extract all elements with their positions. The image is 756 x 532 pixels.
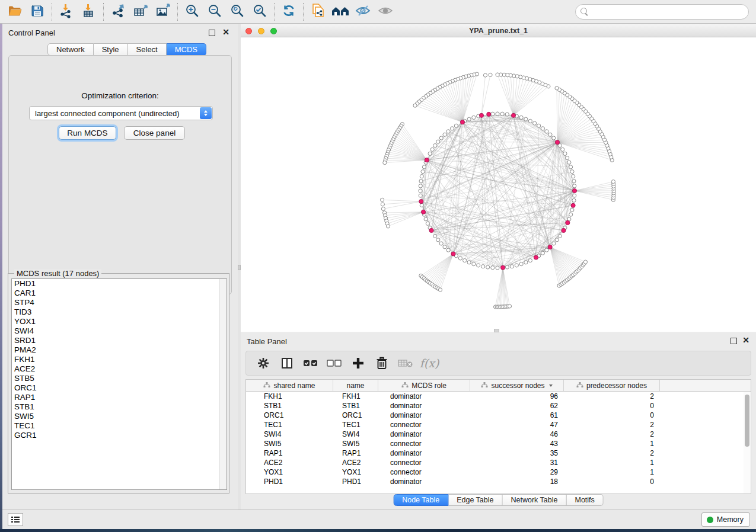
list-item[interactable]: SWI4	[12, 326, 227, 336]
tree-icon	[576, 382, 583, 390]
list-item[interactable]: PMA2	[12, 345, 227, 355]
sort-desc-icon	[549, 384, 553, 387]
table-panel-tabs: Node TableEdge TableNetwork TableMotifs	[393, 494, 604, 506]
export-table-button[interactable]	[129, 2, 152, 22]
table-row[interactable]: TEC1TEC1connector472	[246, 420, 751, 430]
network-overview-icon	[331, 3, 350, 21]
table-row[interactable]: RAP1RAP1dominator352	[246, 448, 751, 458]
hide-selected-icon	[355, 4, 371, 20]
list-item[interactable]: SRD1	[12, 336, 227, 345]
plus-icon[interactable]	[349, 354, 367, 372]
float-panel-icon[interactable]	[731, 338, 737, 344]
table-row[interactable]: SWI4SWI4dominator462	[246, 430, 751, 439]
toolbar-separator	[52, 3, 52, 21]
list-item[interactable]: PHD1	[12, 279, 227, 289]
copy-network-button[interactable]	[307, 2, 329, 22]
column-header-name[interactable]: name	[333, 380, 378, 391]
list-item[interactable]: STB5	[12, 374, 227, 383]
close-panel-icon[interactable]: ✕	[742, 337, 749, 344]
mcds-result-group: MCDS result (17 nodes) PHD1CAR1STP4TID3Y…	[8, 273, 229, 493]
splitter-handle[interactable]	[494, 329, 499, 332]
tab-network[interactable]: Network	[47, 43, 94, 56]
import-network-button[interactable]	[55, 2, 78, 22]
zoom-out-button[interactable]	[203, 2, 226, 22]
node-table: shared namenameMCDS rolesuccessor nodesp…	[245, 379, 751, 494]
column-header-shared-name[interactable]: shared name	[246, 380, 333, 391]
mcds-result-list[interactable]: PHD1CAR1STP4TID3YOX1SWI4SRD1PMA2FKH1ACE2…	[11, 278, 227, 490]
scrollbar-thumb[interactable]	[745, 395, 749, 447]
tree-icon	[401, 382, 409, 390]
list-item[interactable]: RAP1	[12, 393, 227, 402]
refresh-layout-button[interactable]	[277, 2, 300, 22]
show-all-icon	[377, 4, 394, 20]
toolbar-separator	[303, 3, 304, 21]
table-row[interactable]: FKH1FKH1dominator962	[246, 392, 751, 401]
float-panel-icon[interactable]	[209, 30, 215, 36]
zoom-in-button[interactable]	[181, 2, 203, 22]
table-row[interactable]: ACE2ACE2connector311	[246, 458, 751, 467]
list-item[interactable]: YOX1	[12, 317, 227, 326]
close-panel-button[interactable]: Close panel	[124, 126, 185, 140]
unchecked-boxes-icon[interactable]	[326, 354, 343, 372]
tab-style[interactable]: Style	[94, 43, 128, 56]
optimization-criterion-select[interactable]: largest connected component (undirected)	[29, 106, 213, 120]
trash-icon[interactable]	[373, 354, 391, 372]
import-table-button[interactable]	[78, 2, 100, 22]
list-item[interactable]: ORC1	[12, 383, 227, 393]
toolbar-separator	[103, 3, 104, 21]
list-item[interactable]: STP4	[12, 298, 227, 307]
list-item[interactable]: TEC1	[12, 421, 227, 431]
save-button[interactable]	[26, 2, 49, 22]
export-image-icon	[155, 3, 171, 21]
table-panel: Table Panel ✕ f(x) shared namenameMCDS r…	[241, 333, 756, 509]
split-column-icon[interactable]	[278, 354, 296, 372]
checked-boxes-icon[interactable]	[302, 354, 320, 372]
list-item[interactable]: SWI5	[12, 412, 227, 421]
column-header-MCDS-role[interactable]: MCDS role	[378, 380, 470, 391]
table-row[interactable]: SWI5SWI5connector431	[246, 439, 751, 448]
tab-network-table[interactable]: Network Table	[503, 494, 567, 506]
list-item[interactable]: ACE2	[12, 364, 227, 374]
tab-motifs[interactable]: Motifs	[566, 494, 603, 506]
list-item[interactable]: CAR1	[12, 289, 227, 298]
open-button[interactable]	[4, 2, 26, 22]
show-all-button[interactable]	[374, 2, 397, 22]
close-panel-icon[interactable]: ✕	[222, 29, 229, 36]
list-item[interactable]: GCR1	[12, 431, 227, 440]
log-console-button[interactable]	[8, 513, 23, 526]
tab-node-table[interactable]: Node Table	[393, 494, 448, 506]
open-folder-icon	[7, 4, 23, 20]
list-item[interactable]: STB1	[12, 402, 227, 412]
export-table-icon	[133, 3, 149, 21]
scrollbar-track[interactable]	[744, 392, 750, 494]
copy-network-icon	[310, 2, 326, 21]
gear-icon[interactable]	[254, 354, 272, 372]
main-toolbar	[0, 0, 756, 24]
table-row[interactable]: YOX1YOX1connector291	[246, 467, 751, 477]
export-network-button[interactable]	[107, 2, 129, 22]
tree-icon	[263, 382, 270, 390]
network-window-titlebar[interactable]: YPA_prune.txt_1	[241, 24, 756, 37]
import-network-icon	[59, 3, 74, 21]
table-row[interactable]: STB1STB1dominator620	[246, 401, 751, 411]
run-mcds-button[interactable]: Run MCDS	[59, 126, 116, 140]
export-image-button[interactable]	[152, 2, 174, 22]
network-canvas[interactable]	[241, 37, 756, 332]
column-header-successor-nodes[interactable]: successor nodes	[470, 380, 564, 391]
hide-selected-button[interactable]	[352, 2, 374, 22]
table-row[interactable]: ORC1ORC1dominator610	[246, 411, 751, 420]
memory-button[interactable]: Memory	[701, 512, 750, 527]
table-row[interactable]: PHD1PHD1dominator180	[246, 477, 751, 486]
tab-edge-table[interactable]: Edge Table	[448, 494, 502, 506]
list-item[interactable]: FKH1	[12, 355, 227, 364]
tab-select[interactable]: Select	[128, 43, 167, 56]
zoom-fit-button[interactable]	[226, 2, 248, 22]
tab-mcds[interactable]: MCDS	[167, 43, 206, 56]
tree-icon	[481, 382, 488, 390]
zoom-selected-button[interactable]	[248, 2, 271, 22]
list-item[interactable]: TID3	[12, 307, 227, 317]
column-header-predecessor-nodes[interactable]: predecessor nodes	[564, 380, 660, 391]
scrollbar-track[interactable]	[219, 279, 227, 489]
network-overview-button[interactable]	[329, 2, 352, 22]
search-input[interactable]	[575, 4, 749, 20]
